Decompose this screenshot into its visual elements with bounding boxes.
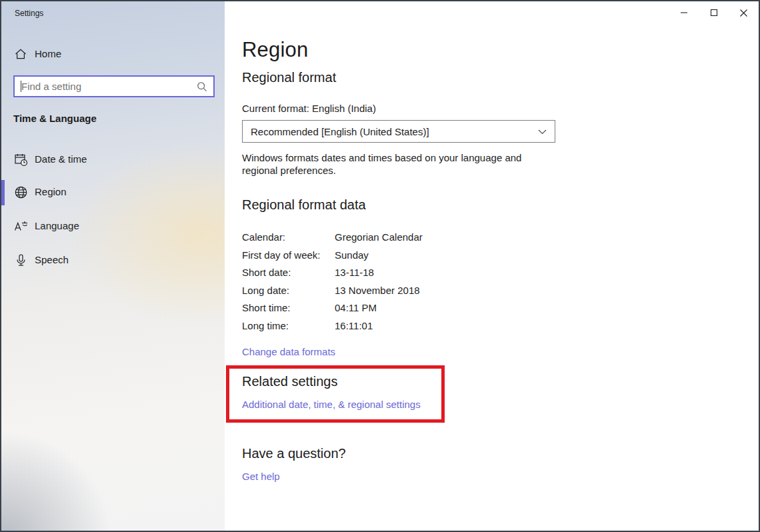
- regional-format-heading: Regional format: [242, 70, 336, 85]
- sidebar-item-label: Home: [35, 48, 61, 59]
- chevron-down-icon: [538, 129, 547, 135]
- sidebar-item-label: Language: [35, 220, 79, 231]
- row-label: Calendar:: [242, 229, 335, 247]
- sidebar-item-region[interactable]: Region: [1, 179, 225, 206]
- related-settings-heading: Related settings: [242, 374, 337, 389]
- page-title: Region: [242, 38, 308, 62]
- microphone-icon: [14, 253, 28, 267]
- sidebar-item-language[interactable]: Language: [1, 213, 225, 240]
- main-content: Region Regional format Current format: E…: [225, 1, 759, 531]
- sidebar-item-home[interactable]: Home: [1, 41, 225, 67]
- additional-settings-link[interactable]: Additional date, time, & regional settin…: [242, 399, 421, 410]
- current-format-text: Current format: English (India): [242, 103, 376, 114]
- language-icon: [14, 219, 28, 233]
- sidebar-item-date-time[interactable]: Date & time: [1, 147, 225, 173]
- row-value: 13-11-18: [335, 264, 423, 282]
- row-label: First day of week:: [242, 247, 335, 265]
- get-help-link[interactable]: Get help: [242, 471, 280, 482]
- row-label: Long date:: [242, 282, 335, 300]
- globe-icon: [14, 185, 28, 199]
- settings-window: Settings Home Time & Language: [0, 0, 760, 532]
- sidebar: Settings Home Time & Language: [1, 1, 225, 531]
- row-value: Gregorian Calendar: [335, 229, 423, 247]
- sidebar-item-label: Speech: [35, 254, 69, 265]
- row-value: 13 November 2018: [335, 282, 423, 300]
- regional-format-dropdown[interactable]: Recommended [English (United States)]: [242, 120, 555, 143]
- minimize-button[interactable]: [669, 1, 699, 24]
- row-label: Short time:: [242, 299, 335, 317]
- sidebar-section-label: Time & Language: [13, 113, 97, 124]
- regional-format-data-table: Calendar: Gregorian Calendar First day o…: [242, 229, 423, 335]
- regional-format-data-heading: Regional format data: [242, 197, 366, 213]
- search-box[interactable]: [13, 75, 215, 97]
- calendar-clock-icon: [14, 153, 28, 167]
- sidebar-item-label: Region: [35, 186, 67, 197]
- row-value: 16:11:01: [335, 317, 423, 335]
- maximize-button[interactable]: [699, 1, 729, 24]
- dropdown-selected-value: Recommended [English (United States)]: [251, 126, 429, 137]
- close-button[interactable]: [729, 1, 759, 24]
- row-value: Sunday: [335, 247, 423, 265]
- home-icon: [15, 48, 27, 60]
- sidebar-item-label: Date & time: [35, 153, 87, 165]
- regional-format-description: Windows formats dates and times based on…: [242, 151, 555, 177]
- row-label: Short date:: [242, 264, 335, 282]
- app-title: Settings: [15, 9, 43, 18]
- sidebar-item-speech[interactable]: Speech: [1, 247, 225, 274]
- window-controls: [669, 1, 759, 24]
- row-value: 04:11 PM: [335, 299, 423, 317]
- search-input[interactable]: [21, 77, 188, 96]
- have-a-question-heading: Have a question?: [242, 446, 346, 461]
- change-data-formats-link[interactable]: Change data formats: [242, 346, 335, 357]
- selected-accent-bar: [1, 180, 5, 205]
- row-label: Long time:: [242, 317, 335, 335]
- search-icon[interactable]: [197, 81, 207, 92]
